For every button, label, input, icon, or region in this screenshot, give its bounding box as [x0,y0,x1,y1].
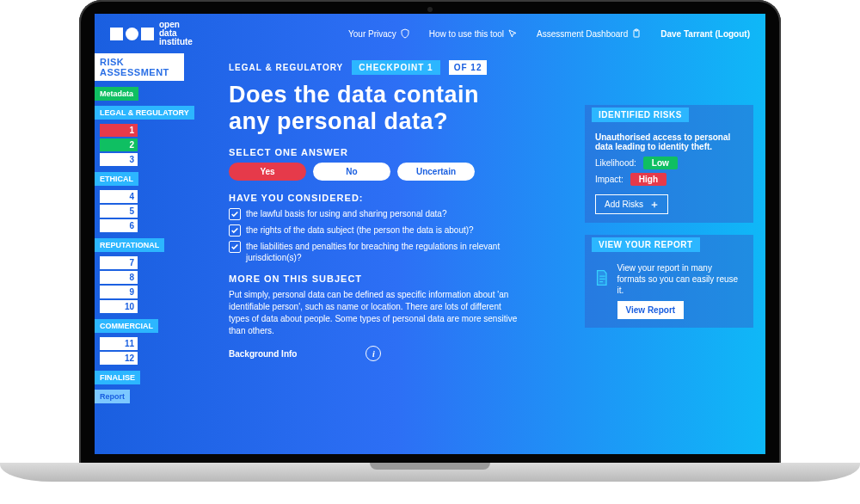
main-content: LEGAL & REGULATORY CHECKPOINT 1 OF 12 Do… [198,53,585,454]
sidebar-step-11[interactable]: 11 [100,337,138,350]
answer-group: Yes No Uncertain [229,163,569,181]
clipboard-icon [631,28,642,39]
add-risks-button[interactable]: Add Risks [595,194,668,214]
cursor-icon [507,28,518,39]
risk-description: Unauthorised access to personal data lea… [595,132,743,151]
sidebar-step-10[interactable]: 10 [100,300,138,313]
sidebar-step-5[interactable]: 5 [100,205,138,218]
nav-assessment-dashboard-label: Assessment Dashboard [537,29,628,39]
background-info-link[interactable]: Background Info [229,349,297,359]
app-screen: opendatainstitute Your Privacy How to us… [95,14,765,454]
answer-yes[interactable]: Yes [229,163,306,181]
brand[interactable]: opendatainstitute [110,21,193,46]
more-heading: MORE ON THIS SUBJECT [229,274,569,284]
consider-item-1[interactable]: the lawful basis for using and sharing p… [229,208,513,220]
nav-assessment-dashboard[interactable]: Assessment Dashboard [537,28,642,39]
odi-logo-icon [110,28,154,40]
sidebar-step-9[interactable]: 9 [100,286,138,298]
view-report-desc: View your report in many formats so you … [617,262,743,296]
sidebar-item-report[interactable]: Report [95,390,130,403]
subject-blurb: Put simply, personal data can be defined… [229,289,521,337]
select-one-label: SELECT ONE ANSWER [229,147,569,157]
header: opendatainstitute Your Privacy How to us… [95,14,765,53]
answer-uncertain[interactable]: Uncertain [397,163,475,181]
checkpoint-badge: CHECKPOINT 1 [352,60,439,75]
view-report-panel: VIEW YOUR REPORT View your report in man… [585,235,753,328]
identified-risks-panel: IDENTIFIED RISKS Unauthorised access to … [585,105,753,223]
breadcrumb: LEGAL & REGULATORY CHECKPOINT 1 OF 12 [229,60,569,75]
sidebar-item-legal[interactable]: LEGAL & REGULATORY [95,106,194,120]
checkbox-icon[interactable] [229,241,241,253]
shield-icon [400,28,410,39]
user-name: Dave Tarrant [660,29,712,39]
user-menu[interactable]: Dave Tarrant (Logout) [660,29,750,39]
impact-value: High [630,173,666,186]
impact-label: Impact: [595,175,624,184]
category-label: LEGAL & REGULATORY [229,63,343,72]
sidebar-step-2[interactable]: 2 [100,138,138,151]
likelihood-label: Likelihood: [595,158,636,168]
right-rail: IDENTIFIED RISKS Unauthorised access to … [585,53,765,454]
checkbox-icon[interactable] [229,224,241,237]
likelihood-value: Low [643,157,678,169]
logout-link[interactable]: (Logout) [715,29,750,39]
report-icon [595,262,609,293]
checkbox-icon[interactable] [229,208,241,220]
consider-item-2[interactable]: the rights of the data subject (the pers… [229,224,513,237]
identified-risks-title: IDENTIFIED RISKS [592,108,689,122]
nav-your-privacy[interactable]: Your Privacy [348,28,410,39]
view-report-button[interactable]: View Report [617,301,685,319]
sidebar-item-commercial[interactable]: COMMERCIAL [95,319,158,333]
sidebar-step-4[interactable]: 4 [100,190,138,203]
sidebar-item-ethical[interactable]: ETHICAL [95,172,138,186]
sidebar-title: RISKASSESSMENT [95,53,184,81]
sidebar: RISKASSESSMENT Metadata LEGAL & REGULATO… [95,53,198,454]
add-risks-label: Add Risks [605,200,643,209]
sidebar-step-7[interactable]: 7 [100,256,138,269]
info-icon[interactable]: i [366,346,381,361]
consider-item-2-label: the rights of the data subject (the pers… [246,224,474,236]
webcam [427,7,433,12]
nav-your-privacy-label: Your Privacy [348,29,396,39]
checkpoint-of: OF 12 [449,60,488,75]
sidebar-step-12[interactable]: 12 [100,352,138,365]
considered-heading: HAVE YOU CONSIDERED: [229,193,569,203]
sidebar-step-1[interactable]: 1 [100,124,138,137]
sidebar-step-8[interactable]: 8 [100,271,138,284]
plus-icon [650,200,659,209]
consider-item-1-label: the lawful basis for using and sharing p… [246,208,446,219]
sidebar-item-finalise[interactable]: FINALISE [95,371,140,384]
sidebar-step-3[interactable]: 3 [100,153,138,166]
answer-no[interactable]: No [313,163,390,181]
view-report-title: VIEW YOUR REPORT [592,237,700,252]
question-heading: Does the data contain any personal data? [229,82,521,135]
sidebar-item-metadata[interactable]: Metadata [95,87,138,101]
brand-text: opendatainstitute [159,21,193,46]
nav-how-to-use-label: How to use this tool [429,29,504,39]
laptop-notch [370,463,490,470]
sidebar-item-reputational[interactable]: REPUTATIONAL [95,238,164,252]
consider-item-3-label: the liabilities and penalties for breach… [246,241,513,263]
nav-how-to-use[interactable]: How to use this tool [429,28,518,39]
consider-item-3[interactable]: the liabilities and penalties for breach… [229,241,513,263]
sidebar-step-6[interactable]: 6 [100,219,138,232]
